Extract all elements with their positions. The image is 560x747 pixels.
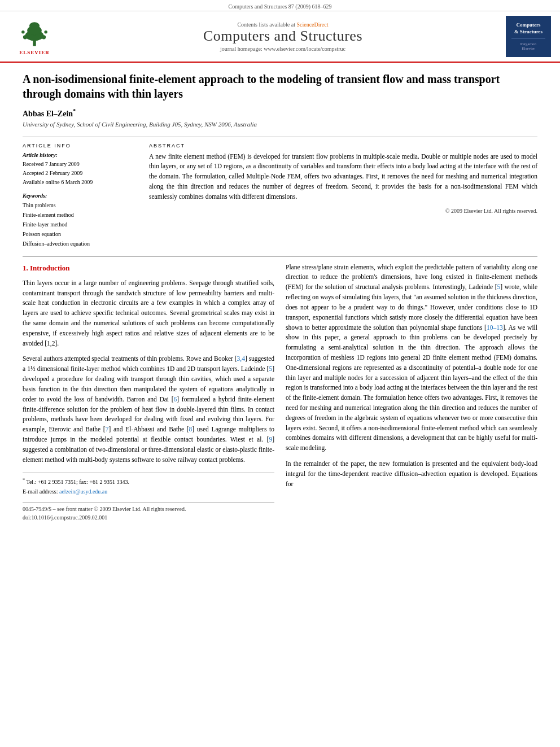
issn-line: 0045-7949/$ – see front matter © 2009 El… [23,505,274,514]
history-label: Article history: [23,152,135,158]
footnote-marker: * [23,478,25,483]
journal-title: Computers and Structures [60,28,506,45]
journal-thumbnail: Computers& Structures PergamonElsevier [506,16,551,57]
history-received: Received 7 January 2009 [23,160,135,169]
svg-point-5 [23,35,27,39]
abstract-heading: ABSTRACT [149,143,537,148]
ref-7[interactable]: 7 [106,426,109,433]
thumb-title: Computers& Structures [514,22,542,35]
history-accepted: Accepted 2 February 2009 [23,169,135,178]
keyword-3: Finite-layer method [23,220,135,229]
abstract-text: A new finite element method (FEM) is dev… [149,152,537,202]
sciencedirect-link[interactable]: ScienceDirect [296,21,328,28]
top-bar: Computers and Structures 87 (2009) 618–6… [0,0,560,11]
affiliation: University of Sydney, School of Civil En… [23,121,537,128]
intro-para-2: Several authors attempted special treatm… [23,354,274,465]
article-title: A non-isodimensional finite-element appr… [23,72,537,101]
right-para-2: In the remainder of the paper, the new f… [286,459,537,489]
svg-point-8 [44,30,47,34]
keyword-2: Finite-element method [23,210,135,220]
copyright-line: © 2009 Elsevier Ltd. All rights reserved… [149,208,537,214]
elsevier-brand-text: ELSEVIER [19,50,50,55]
keyword-5: Diffusion–advection equation [23,239,135,248]
email-link[interactable]: aelzein@usyd.edu.au [59,488,107,495]
ref-9[interactable]: 9 [269,436,272,443]
ref-8[interactable]: 8 [189,426,193,433]
page-reference: Computers and Structures 87 (2009) 618–6… [228,3,331,10]
keyword-1: Thin problems [23,200,135,210]
body-content: 1. Introduction Thin layers occur in a l… [23,263,537,522]
svg-point-4 [29,22,40,29]
footnote-section: * Tel.: +61 2 9351 7351; fax: +61 2 9351… [23,473,274,496]
ref-5b[interactable]: 5 [497,283,501,290]
divider-1 [23,137,537,137]
thumb-sub: PergamonElsevier [520,42,536,51]
history-online: Available online 6 March 2009 [23,178,135,187]
intro-para-1: Thin layers occur in a large number of e… [23,278,274,349]
journal-header: ELSEVIER Contents lists available at Sci… [0,11,560,63]
ref-6[interactable]: 6 [174,396,177,403]
footnote-email: E-mail address: aelzein@usyd.edu.au [23,487,274,496]
doi-section: 0045-7949/$ – see front matter © 2009 El… [23,502,274,522]
keyword-4: Poisson equation [23,229,135,239]
svg-point-7 [21,30,25,34]
sciencedirect-line: Contents lists available at ScienceDirec… [60,21,506,28]
elsevier-tree-icon [18,18,51,49]
elsevier-logo: ELSEVIER [9,18,60,55]
ref-5[interactable]: 5 [269,365,272,372]
main-content: A non-isodimensional finite-element appr… [0,63,560,534]
svg-point-6 [42,35,46,39]
divider-2 [23,256,537,257]
abstract-column: ABSTRACT A new finite element method (FE… [149,143,537,248]
journal-center: Contents lists available at ScienceDirec… [60,21,506,52]
doi-line: doi:10.1016/j.compstruc.2009.02.001 [23,513,274,522]
ref-10-13[interactable]: 10–13 [487,324,503,331]
article-info-heading: ARTICLE INFO [23,143,135,148]
journal-homepage: journal homepage: www.elsevier.com/locat… [60,46,506,52]
author-name: Abbas El–Zein* [23,108,537,119]
ref-3[interactable]: 3,4 [237,355,245,362]
body-right-column: Plane stress/plane strain elements, whic… [286,263,537,522]
keywords-label: Keywords: [23,193,135,199]
section-1-title: 1. Introduction [23,263,274,274]
article-info-abstract: ARTICLE INFO Article history: Received 7… [23,143,537,248]
article-info-column: ARTICLE INFO Article history: Received 7… [23,143,135,248]
right-para-1: Plane stress/plane strain elements, whic… [286,263,537,453]
footnote-contact: * Tel.: +61 2 9351 7351; fax: +61 2 9351… [23,477,274,487]
body-left-column: 1. Introduction Thin layers occur in a l… [23,263,274,522]
